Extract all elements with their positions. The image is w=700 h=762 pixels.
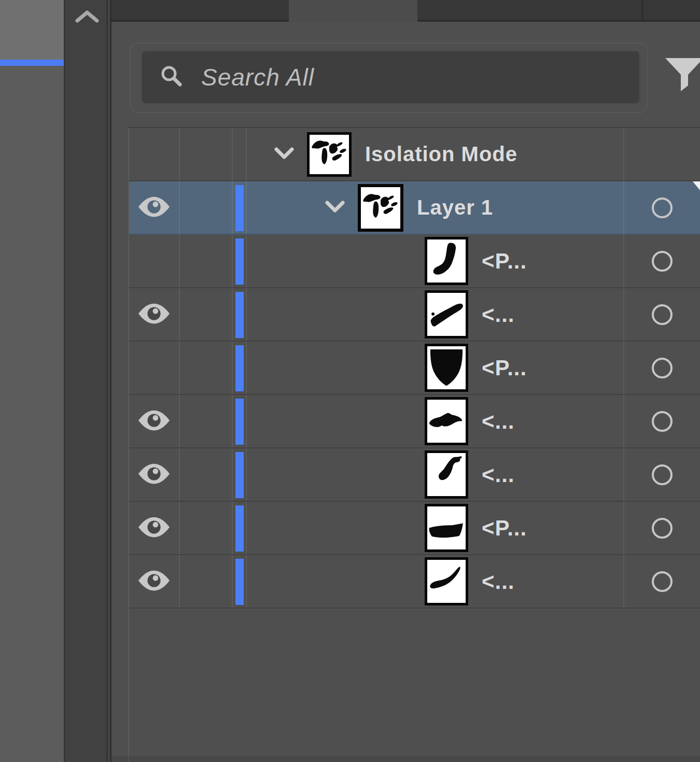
target-circle[interactable] [652,411,673,432]
row-label: <P... [482,356,527,380]
indent-spacer [247,314,425,315]
layer-color-cell [232,555,247,608]
row-main-cell[interactable]: <P... [247,342,623,394]
layer-thumbnail[interactable] [425,290,468,338]
panel-tab-middle[interactable] [417,0,641,22]
expand-chevron-icon[interactable] [325,200,345,216]
layer-thumbnail[interactable] [425,237,468,285]
layer-color-bar [235,452,244,498]
visibility-toggle[interactable] [138,195,170,220]
layer-color-cell [232,181,247,234]
target-circle[interactable] [652,464,673,485]
row-main-cell[interactable]: <... [247,555,623,608]
selected-indicator-wedge [693,181,700,190]
lock-cell[interactable] [179,502,232,554]
target-cell [623,288,700,341]
row-main-cell[interactable]: Layer 1 [247,181,623,234]
lock-cell[interactable] [179,555,232,608]
layer-row[interactable]: <P... [129,502,700,555]
layer-thumbnail[interactable] [425,557,468,605]
filter-icon[interactable] [665,58,700,92]
layer-thumbnail[interactable] [425,504,468,552]
layer-color-cell [232,342,247,394]
eye-icon [138,302,170,325]
layer-row[interactable]: <P... [129,235,700,288]
layer-color-cell [232,128,247,180]
target-cell [623,342,700,394]
layer-thumbnail[interactable] [425,450,468,499]
layer-row[interactable]: <... [129,448,700,502]
visibility-toggle[interactable] [138,462,170,487]
panel-tab-active[interactable] [289,0,417,22]
indent-spacer [247,154,274,154]
row-main-cell[interactable]: <P... [247,502,623,554]
layer-color-cell [232,288,247,341]
visibility-toggle[interactable] [138,516,170,541]
row-main-cell[interactable]: <... [247,448,623,501]
layer-row[interactable]: Isolation Mode [129,128,700,181]
layers-list: Isolation Mode [128,127,700,762]
layer-color-bar [235,238,244,285]
visibility-toggle[interactable] [138,569,170,594]
row-main-cell[interactable]: Isolation Mode [247,128,623,180]
target-circle[interactable] [652,358,673,378]
lock-cell[interactable] [179,342,232,394]
layer-color-bar [235,345,244,391]
lock-cell[interactable] [179,128,232,180]
row-main-cell[interactable]: <... [247,395,623,447]
layer-row[interactable]: <P... [129,342,700,395]
row-label: <... [482,462,515,487]
indent-spacer [247,261,425,261]
expand-chevron-icon[interactable] [274,147,295,162]
eye-icon [138,409,170,432]
target-circle[interactable] [652,304,673,325]
layer-color-bar [235,399,244,445]
layer-color-bar [235,505,244,552]
target-cell [623,235,700,287]
panel-tab-right[interactable] [643,0,700,22]
layer-thumbnail[interactable] [425,344,468,392]
target-circle[interactable] [652,571,673,592]
layer-row[interactable]: Layer 1 [129,181,700,235]
lock-cell[interactable] [179,395,232,447]
panel-tabstrip [111,0,700,22]
row-label: <... [482,409,515,434]
row-main-cell[interactable]: <... [247,288,623,341]
layer-thumbnail[interactable] [307,132,352,177]
indent-spacer [247,581,425,582]
target-circle[interactable] [652,251,673,272]
search-icon [161,65,183,89]
target-cell [623,502,700,554]
layer-row[interactable]: <... [129,395,700,448]
visibility-toggle[interactable] [138,302,170,327]
row-main-cell[interactable]: <P... [247,235,623,287]
layer-row[interactable]: <... [129,288,700,342]
scroll-up-icon[interactable] [75,9,99,26]
indent-spacer [247,368,425,368]
layers-panel-body: Search All [111,0,700,762]
indent-spacer [247,528,425,528]
search-placeholder: Search All [201,63,314,91]
accent-divider-line [0,60,64,66]
target-circle[interactable] [652,518,673,539]
lock-cell[interactable] [179,235,232,287]
lock-cell[interactable] [179,181,232,234]
panel-tab-left[interactable] [111,0,289,22]
adjacent-panel-strip [0,0,64,762]
layer-row[interactable]: <... [129,555,700,609]
layer-thumbnail[interactable] [425,397,468,445]
eye-icon [138,569,170,592]
visibility-toggle[interactable] [138,409,170,434]
panel-edge-divider[interactable] [106,0,111,762]
indent-spacer [247,207,325,208]
lock-cell[interactable] [179,448,232,501]
eye-icon [138,462,170,485]
row-label: <... [482,569,515,594]
lock-cell[interactable] [179,288,232,341]
layer-color-bar [235,185,244,231]
layer-color-cell [232,448,247,501]
search-input[interactable]: Search All [141,50,640,104]
layer-thumbnail[interactable] [358,184,403,232]
target-circle[interactable] [652,197,673,218]
target-cell [623,448,700,501]
